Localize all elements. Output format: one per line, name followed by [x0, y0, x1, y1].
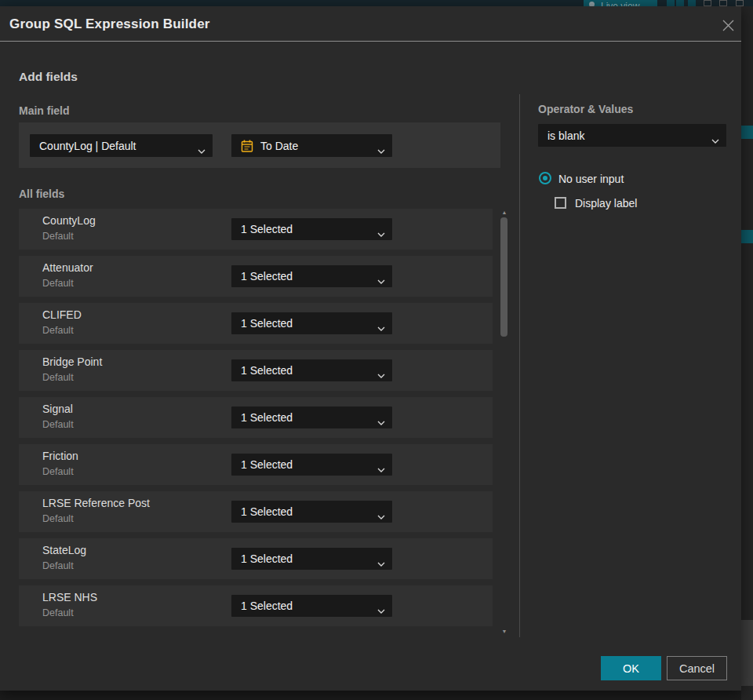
- field-name: Bridge Point: [42, 355, 102, 368]
- background-toolbar: Live view: [0, 0, 753, 6]
- operator-select-value: is blank: [547, 129, 584, 142]
- field-selection-value: 1 Selected: [241, 458, 293, 471]
- close-icon[interactable]: [718, 16, 737, 35]
- toolbar-button-icon[interactable]: [667, 0, 675, 6]
- field-row: StateLog Default 1 Selected: [19, 538, 493, 579]
- chevron-down-icon: [377, 144, 385, 156]
- radio-dot-icon: [543, 176, 547, 180]
- field-selection-select[interactable]: 1 Selected: [231, 454, 392, 476]
- field-row: Attenuator Default 1 Selected: [19, 256, 493, 297]
- field-name: Attenuator: [42, 261, 93, 274]
- field-row: Signal Default 1 Selected: [19, 397, 493, 438]
- main-field-label: Main field: [19, 104, 70, 117]
- field-name: Signal: [42, 403, 73, 415]
- calendar-icon: [241, 140, 253, 152]
- field-selection-value: 1 Selected: [241, 600, 293, 612]
- field-name: StateLog: [42, 544, 86, 556]
- toolbar-button-icon[interactable]: [688, 0, 696, 6]
- display-label-checkbox[interactable]: [555, 197, 566, 209]
- chevron-down-icon: [377, 227, 385, 239]
- field-selection-select[interactable]: 1 Selected: [231, 407, 392, 428]
- group-sql-expression-builder-dialog: Group SQL Expression Builder Add fields …: [0, 6, 741, 691]
- chevron-down-icon: [377, 274, 385, 286]
- chevron-down-icon: [377, 321, 385, 334]
- toolbar-button-icon[interactable]: [704, 0, 711, 6]
- chevron-down-icon: [377, 415, 385, 428]
- panel-divider: [519, 94, 520, 637]
- field-subtitle: Default: [42, 231, 74, 242]
- field-subtitle: Default: [42, 372, 74, 383]
- field-row: Friction Default 1 Selected: [19, 444, 493, 485]
- background-fragment: [741, 620, 753, 686]
- field-selection-value: 1 Selected: [241, 364, 293, 377]
- main-field-select[interactable]: CountyLog | Default: [30, 134, 213, 157]
- chevron-down-icon: [377, 603, 385, 616]
- field-subtitle: Default: [42, 278, 74, 289]
- field-selection-select[interactable]: 1 Selected: [231, 218, 392, 240]
- field-row: CountyLog Default 1 Selected: [19, 209, 493, 250]
- field-selection-select[interactable]: 1 Selected: [231, 312, 392, 334]
- field-name: LRSE Reference Post: [42, 497, 150, 509]
- field-row: Bridge Point Default 1 Selected: [19, 350, 493, 391]
- all-fields-label: All fields: [19, 188, 64, 200]
- chevron-down-icon: [377, 556, 385, 569]
- main-field-container: CountyLog | Default To Date: [19, 122, 500, 168]
- dialog-header: Group SQL Expression Builder: [0, 6, 741, 42]
- field-selection-value: 1 Selected: [241, 223, 293, 235]
- field-name: LRSE NHS: [42, 591, 97, 603]
- scrollbar-thumb[interactable]: [500, 217, 507, 337]
- toolbar-button-icon[interactable]: [719, 0, 727, 6]
- field-selection-select[interactable]: 1 Selected: [231, 595, 392, 617]
- field-selection-value: 1 Selected: [241, 552, 293, 565]
- field-name: Friction: [42, 450, 78, 462]
- field-row: LRSE NHS Default 1 Selected: [19, 585, 493, 626]
- field-subtitle: Default: [42, 607, 74, 618]
- no-user-input-label: No user input: [558, 173, 624, 185]
- operator-values-heading: Operator & Values: [538, 103, 633, 115]
- field-selection-value: 1 Selected: [241, 411, 293, 424]
- field-selection-select[interactable]: 1 Selected: [231, 265, 392, 287]
- field-subtitle: Default: [42, 466, 74, 477]
- chevron-down-icon: [198, 144, 206, 156]
- field-selection-value: 1 Selected: [241, 505, 293, 518]
- field-selection-value: 1 Selected: [241, 317, 293, 330]
- chevron-down-icon: [377, 368, 385, 381]
- main-field-type-value: To Date: [260, 140, 298, 152]
- field-selection-value: 1 Selected: [241, 270, 293, 283]
- field-row: LRSE Reference Post Default 1 Selected: [19, 491, 493, 532]
- toolbar-button-icon[interactable]: [736, 0, 744, 6]
- add-fields-heading: Add fields: [19, 70, 78, 84]
- live-view-label: Live view: [601, 1, 639, 6]
- field-name: CLIFED: [42, 308, 82, 321]
- cancel-button[interactable]: Cancel: [667, 656, 727, 680]
- chevron-down-icon: [377, 462, 385, 475]
- field-selection-select[interactable]: 1 Selected: [231, 501, 392, 523]
- ok-button[interactable]: OK: [601, 656, 661, 680]
- toolbar-button-icon[interactable]: [676, 0, 684, 6]
- field-subtitle: Default: [42, 419, 74, 430]
- dialog-title: Group SQL Expression Builder: [9, 6, 210, 42]
- chevron-down-icon: [377, 509, 385, 522]
- field-subtitle: Default: [42, 560, 74, 571]
- operator-select[interactable]: is blank: [538, 124, 726, 147]
- field-name: CountyLog: [42, 214, 96, 227]
- field-selection-select[interactable]: 1 Selected: [231, 359, 392, 381]
- scrollbar-up-arrow[interactable]: ▲: [500, 210, 508, 215]
- chevron-down-icon: [711, 133, 719, 146]
- field-subtitle: Default: [42, 513, 74, 524]
- background-fragment: [741, 230, 753, 243]
- background-fragment: [741, 126, 753, 139]
- main-field-type-select[interactable]: To Date: [231, 134, 392, 157]
- live-view-button[interactable]: Live view: [584, 0, 657, 6]
- scrollbar-down-arrow[interactable]: ▼: [500, 629, 508, 634]
- no-user-input-radio[interactable]: [539, 172, 551, 184]
- field-row: CLIFED Default 1 Selected: [19, 303, 493, 344]
- field-subtitle: Default: [42, 325, 74, 336]
- display-label-text: Display label: [575, 197, 637, 210]
- field-selection-select[interactable]: 1 Selected: [231, 548, 392, 570]
- background-page-edge: [741, 6, 753, 700]
- main-field-select-value: CountyLog | Default: [39, 140, 136, 152]
